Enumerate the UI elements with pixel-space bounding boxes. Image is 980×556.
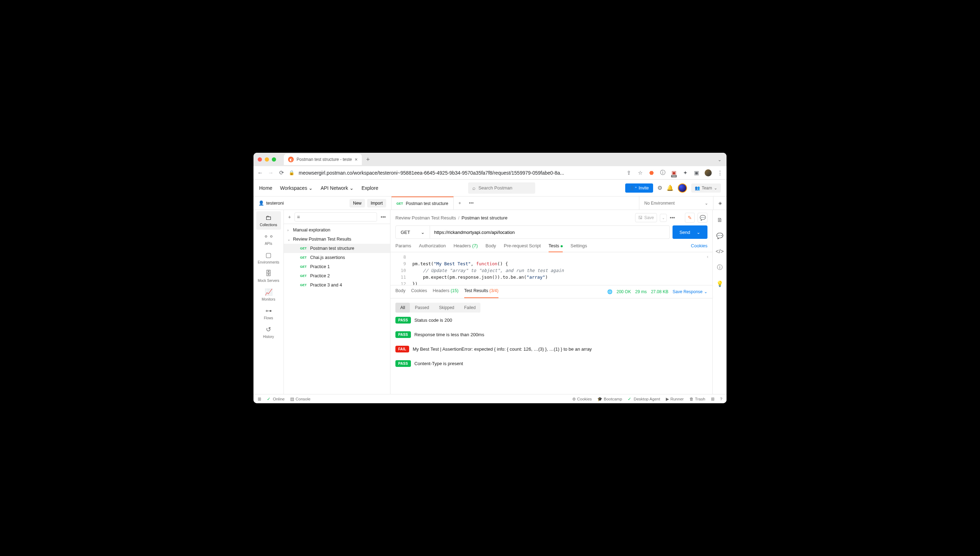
sb-trash[interactable]: 🗑Trash [690,396,705,401]
tree-folder[interactable]: ⌄Review Postman Test Results [284,234,390,244]
tree-request[interactable]: GETPractice 2 [284,271,390,280]
sidebar-flows[interactable]: ⊶Flows [256,304,281,323]
window-close-icon[interactable] [258,157,262,162]
tab-headers[interactable]: Headers (7) [454,243,478,252]
save-response-button[interactable]: Save Response ⌄ [672,289,708,294]
nav-api-network[interactable]: API Network ⌄ [321,185,354,191]
tree-request[interactable]: GETPostman test structure [284,244,390,253]
edit-icon[interactable]: ✎ [685,213,695,223]
tests-editor[interactable]: ‹ 8 9pm.test("My Best Test", function() … [390,252,713,285]
tree-request[interactable]: GETPractice 1 [284,262,390,271]
filter-skipped[interactable]: Skipped [434,303,459,313]
reload-icon[interactable]: ⟳ [278,169,285,176]
tab-authorization[interactable]: Authorization [419,243,446,252]
search-input[interactable] [478,185,531,191]
new-tab-icon[interactable]: + [366,156,370,163]
resp-tab-body[interactable]: Body [395,288,406,295]
search-field[interactable]: ⌕ [468,183,535,194]
filter-all[interactable]: All [395,303,410,313]
tab-settings[interactable]: Settings [570,243,587,252]
ublock-icon[interactable]: ⬣ [648,170,654,176]
back-icon[interactable]: ← [257,170,263,176]
console-button[interactable]: ▤Console [290,396,310,401]
sb-bootcamp[interactable]: 🎓Bootcamp [597,396,622,401]
notifications-icon[interactable]: 🔔 [666,184,674,191]
tree-request[interactable]: GETPractice 3 and 4 [284,280,390,289]
import-button[interactable]: Import [367,199,386,207]
layout-icon[interactable]: ⊞ [711,396,714,401]
save-button[interactable]: 🖫Save [635,213,657,222]
forward-icon[interactable]: → [267,170,274,176]
settings-icon[interactable]: ⚙ [657,184,662,191]
tab-params[interactable]: Params [395,243,411,252]
tab-tests[interactable]: Tests [549,243,563,252]
nav-explore[interactable]: Explore [361,185,378,191]
cookies-link[interactable]: Cookies [691,243,708,252]
window-maximize-icon[interactable] [272,157,276,162]
sidepanel-icon[interactable]: ▣ [693,170,700,176]
comments-icon[interactable]: 💬 [716,233,723,239]
sb-desktop-agent[interactable]: Desktop Agent [628,396,660,401]
sidebar-monitors[interactable]: 📈Monitors [256,285,281,304]
badge-ext-icon[interactable]: ▣506 [671,170,677,176]
sidebar-apis[interactable]: ⚬⚬APIs [256,230,281,248]
url-text[interactable]: meowsergirl.postman.co/workspace/testero… [299,170,621,176]
filter-input[interactable]: ≡ [295,212,377,221]
lock-icon[interactable]: 🔒 [289,170,295,175]
team-button[interactable]: 👥Team ⌄ [691,183,721,192]
add-collection-icon[interactable]: + [288,214,291,220]
new-button[interactable]: New [350,199,365,207]
sidebar-mock-servers[interactable]: 🗄Mock Servers [256,267,281,285]
comment-icon[interactable]: 💬 [698,213,708,223]
filter-failed[interactable]: Failed [459,303,481,313]
tab-body[interactable]: Body [485,243,496,252]
resp-tab-cookies[interactable]: Cookies [411,288,427,295]
extensions-icon[interactable]: ✦ [682,170,688,176]
method-select[interactable]: GET⌄ [395,225,430,239]
info-icon[interactable]: ⓘ [717,264,722,271]
sb-runner[interactable]: ▶Runner [666,396,684,401]
workspace-name[interactable]: 👤testeroni [258,200,284,206]
breadcrumb-parent[interactable]: Review Postman Test Results [395,215,456,220]
sidebar-environments[interactable]: ▢Environments [256,248,281,267]
window-minimize-icon[interactable] [265,157,269,162]
code-icon[interactable]: </> [716,248,724,255]
sidebar-collections[interactable]: 🗀Collections [256,211,281,230]
nav-home[interactable]: Home [259,185,272,191]
sidebar-history[interactable]: ↺History [256,323,281,341]
save-dropdown-button[interactable]: ⌄ [660,214,667,222]
resp-tab-tests[interactable]: Test Results (3/4) [464,288,499,295]
environment-select[interactable]: No Environment ⌄ [639,197,713,210]
sb-cookies[interactable]: ⊚Cookies [572,396,592,401]
tab-more-icon[interactable]: ••• [466,200,476,206]
help-icon[interactable]: ? [720,396,722,401]
star-icon[interactable]: ☆ [637,170,643,176]
send-button[interactable]: Send⌄ [672,225,708,239]
tab-prerequest[interactable]: Pre-request Script [504,243,541,252]
more-icon[interactable]: ••• [381,214,386,220]
share-icon[interactable]: ⇪ [625,170,632,176]
collapse-icon[interactable]: ‹ [706,254,709,259]
resp-tab-headers[interactable]: Headers (15) [433,288,458,295]
more-icon[interactable]: ••• [670,215,675,220]
close-tab-icon[interactable]: × [355,157,358,162]
bulb-icon[interactable]: 💡 [716,280,723,287]
browser-tab[interactable]: ◐ Postman test structure - teste × [284,154,362,165]
info-icon[interactable]: ⓘ [659,170,666,176]
add-tab-icon[interactable]: + [454,200,467,206]
tree-folder[interactable]: ›Manual exploration [284,225,390,234]
tabs-dropdown-icon[interactable]: ⌄ [718,157,722,162]
invite-button[interactable]: 👤⁺Invite [625,183,653,192]
profile-avatar[interactable] [705,169,712,176]
tree-request[interactable]: GETChai.js assertions [284,253,390,262]
url-input[interactable] [430,225,670,239]
online-status[interactable]: Online [267,396,285,401]
browser-menu-icon[interactable]: ⋮ [717,170,723,176]
user-avatar[interactable] [678,183,687,192]
globe-icon[interactable]: 🌐 [607,289,612,294]
documentation-icon[interactable]: 🗎 [717,217,722,223]
filter-passed[interactable]: Passed [410,303,434,313]
environment-quicklook-icon[interactable]: ◈ [713,197,727,210]
request-tab[interactable]: GET Postman test structure [392,197,454,210]
panels-icon[interactable]: ⊞ [258,396,261,401]
